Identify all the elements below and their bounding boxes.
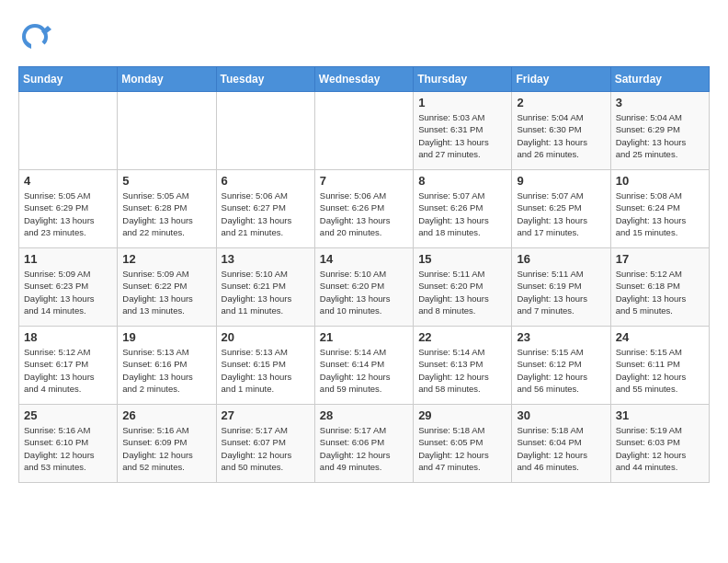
day-number: 27 — [222, 408, 310, 422]
calendar-cell: 5Sunrise: 5:05 AM Sunset: 6:28 PM Daylig… — [118, 170, 216, 248]
day-info: Sunrise: 5:16 AM Sunset: 6:10 PM Dayligh… — [24, 424, 112, 473]
calendar-cell — [118, 92, 216, 170]
calendar-week-5: 25Sunrise: 5:16 AM Sunset: 6:10 PM Dayli… — [19, 405, 710, 483]
day-number: 11 — [24, 252, 112, 266]
day-info: Sunrise: 5:09 AM Sunset: 6:22 PM Dayligh… — [122, 268, 210, 316]
calendar-cell: 7Sunrise: 5:06 AM Sunset: 6:26 PM Daylig… — [314, 170, 413, 248]
day-info: Sunrise: 5:12 AM Sunset: 6:17 PM Dayligh… — [24, 346, 112, 395]
calendar-cell: 26Sunrise: 5:16 AM Sunset: 6:09 PM Dayli… — [118, 405, 216, 483]
day-info: Sunrise: 5:19 AM Sunset: 6:03 PM Dayligh… — [616, 424, 704, 473]
day-info: Sunrise: 5:10 AM Sunset: 6:21 PM Dayligh… — [222, 268, 310, 316]
calendar-cell: 9Sunrise: 5:07 AM Sunset: 6:25 PM Daylig… — [512, 170, 610, 248]
calendar-cell: 4Sunrise: 5:05 AM Sunset: 6:29 PM Daylig… — [19, 170, 118, 248]
day-number: 5 — [122, 174, 210, 188]
day-info: Sunrise: 5:15 AM Sunset: 6:12 PM Dayligh… — [517, 346, 605, 395]
calendar-week-1: 1Sunrise: 5:03 AM Sunset: 6:31 PM Daylig… — [19, 92, 710, 170]
calendar-cell: 29Sunrise: 5:18 AM Sunset: 6:05 PM Dayli… — [414, 405, 512, 483]
header-saturday: Saturday — [610, 67, 709, 92]
calendar-cell: 20Sunrise: 5:13 AM Sunset: 6:15 PM Dayli… — [216, 327, 314, 405]
calendar-header: SundayMondayTuesdayWednesdayThursdayFrid… — [19, 67, 710, 92]
calendar-cell: 21Sunrise: 5:14 AM Sunset: 6:14 PM Dayli… — [314, 327, 413, 405]
calendar-cell: 11Sunrise: 5:09 AM Sunset: 6:23 PM Dayli… — [19, 248, 118, 327]
header-row: SundayMondayTuesdayWednesdayThursdayFrid… — [19, 67, 710, 92]
calendar-cell: 25Sunrise: 5:16 AM Sunset: 6:10 PM Dayli… — [19, 405, 118, 483]
day-number: 15 — [418, 252, 506, 266]
day-number: 1 — [418, 96, 506, 109]
calendar-cell: 13Sunrise: 5:10 AM Sunset: 6:21 PM Dayli… — [216, 248, 314, 327]
calendar-cell: 22Sunrise: 5:14 AM Sunset: 6:13 PM Dayli… — [414, 327, 512, 405]
day-number: 18 — [24, 330, 112, 344]
calendar-cell — [19, 92, 118, 170]
day-info: Sunrise: 5:04 AM Sunset: 6:29 PM Dayligh… — [616, 111, 704, 160]
day-number: 24 — [616, 330, 704, 344]
header-tuesday: Tuesday — [216, 67, 314, 92]
day-number: 21 — [320, 330, 408, 344]
day-number: 26 — [122, 408, 210, 422]
day-info: Sunrise: 5:13 AM Sunset: 6:16 PM Dayligh… — [122, 346, 210, 395]
day-info: Sunrise: 5:03 AM Sunset: 6:31 PM Dayligh… — [418, 111, 506, 160]
day-number: 16 — [517, 252, 605, 266]
day-number: 25 — [24, 408, 112, 422]
calendar-cell: 30Sunrise: 5:18 AM Sunset: 6:04 PM Dayli… — [512, 405, 610, 483]
day-number: 13 — [222, 252, 310, 266]
day-number: 9 — [517, 174, 605, 188]
calendar-cell — [314, 92, 413, 170]
day-info: Sunrise: 5:18 AM Sunset: 6:04 PM Dayligh… — [517, 424, 605, 473]
calendar-cell: 27Sunrise: 5:17 AM Sunset: 6:07 PM Dayli… — [216, 405, 314, 483]
day-info: Sunrise: 5:11 AM Sunset: 6:20 PM Dayligh… — [418, 268, 506, 316]
header-friday: Friday — [512, 67, 610, 92]
day-info: Sunrise: 5:17 AM Sunset: 6:06 PM Dayligh… — [320, 424, 408, 473]
day-number: 22 — [418, 330, 506, 344]
calendar-cell: 2Sunrise: 5:04 AM Sunset: 6:30 PM Daylig… — [512, 92, 610, 170]
calendar-cell: 15Sunrise: 5:11 AM Sunset: 6:20 PM Dayli… — [414, 248, 512, 327]
calendar-cell: 31Sunrise: 5:19 AM Sunset: 6:03 PM Dayli… — [610, 405, 709, 483]
day-info: Sunrise: 5:17 AM Sunset: 6:07 PM Dayligh… — [222, 424, 310, 473]
day-number: 17 — [616, 252, 704, 266]
day-info: Sunrise: 5:18 AM Sunset: 6:05 PM Dayligh… — [418, 424, 506, 473]
day-info: Sunrise: 5:09 AM Sunset: 6:23 PM Dayligh… — [24, 268, 112, 316]
day-number: 23 — [517, 330, 605, 344]
calendar-cell: 28Sunrise: 5:17 AM Sunset: 6:06 PM Dayli… — [314, 405, 413, 483]
day-info: Sunrise: 5:12 AM Sunset: 6:18 PM Dayligh… — [616, 268, 704, 316]
day-number: 3 — [616, 96, 704, 109]
day-info: Sunrise: 5:08 AM Sunset: 6:24 PM Dayligh… — [616, 190, 704, 238]
day-number: 6 — [222, 174, 310, 188]
calendar-cell: 17Sunrise: 5:12 AM Sunset: 6:18 PM Dayli… — [610, 248, 709, 327]
day-number: 4 — [24, 174, 112, 188]
calendar-cell: 6Sunrise: 5:06 AM Sunset: 6:27 PM Daylig… — [216, 170, 314, 248]
day-number: 31 — [616, 408, 704, 422]
day-info: Sunrise: 5:14 AM Sunset: 6:13 PM Dayligh… — [418, 346, 506, 395]
day-number: 20 — [222, 330, 310, 344]
calendar-week-4: 18Sunrise: 5:12 AM Sunset: 6:17 PM Dayli… — [19, 327, 710, 405]
calendar-cell: 18Sunrise: 5:12 AM Sunset: 6:17 PM Dayli… — [19, 327, 118, 405]
day-info: Sunrise: 5:07 AM Sunset: 6:26 PM Dayligh… — [418, 190, 506, 238]
day-number: 30 — [517, 408, 605, 422]
calendar-cell: 8Sunrise: 5:07 AM Sunset: 6:26 PM Daylig… — [414, 170, 512, 248]
day-info: Sunrise: 5:13 AM Sunset: 6:15 PM Dayligh… — [222, 346, 310, 395]
day-info: Sunrise: 5:05 AM Sunset: 6:29 PM Dayligh… — [24, 190, 112, 238]
calendar-table: SundayMondayTuesdayWednesdayThursdayFrid… — [18, 66, 710, 483]
calendar-cell: 10Sunrise: 5:08 AM Sunset: 6:24 PM Dayli… — [610, 170, 709, 248]
header-sunday: Sunday — [19, 67, 118, 92]
day-info: Sunrise: 5:06 AM Sunset: 6:26 PM Dayligh… — [320, 190, 408, 238]
calendar-cell: 1Sunrise: 5:03 AM Sunset: 6:31 PM Daylig… — [414, 92, 512, 170]
day-info: Sunrise: 5:15 AM Sunset: 6:11 PM Dayligh… — [616, 346, 704, 395]
day-number: 14 — [320, 252, 408, 266]
calendar-cell: 16Sunrise: 5:11 AM Sunset: 6:19 PM Dayli… — [512, 248, 610, 327]
header-monday: Monday — [118, 67, 216, 92]
day-number: 2 — [517, 96, 605, 109]
calendar-cell — [216, 92, 314, 170]
day-info: Sunrise: 5:16 AM Sunset: 6:09 PM Dayligh… — [122, 424, 210, 473]
header-wednesday: Wednesday — [314, 67, 413, 92]
day-number: 8 — [418, 174, 506, 188]
calendar-cell: 19Sunrise: 5:13 AM Sunset: 6:16 PM Dayli… — [118, 327, 216, 405]
day-number: 10 — [616, 174, 704, 188]
calendar-cell: 3Sunrise: 5:04 AM Sunset: 6:29 PM Daylig… — [610, 92, 709, 170]
logo-icon — [18, 18, 51, 52]
calendar-cell: 23Sunrise: 5:15 AM Sunset: 6:12 PM Dayli… — [512, 327, 610, 405]
day-info: Sunrise: 5:14 AM Sunset: 6:14 PM Dayligh… — [320, 346, 408, 395]
calendar-cell: 14Sunrise: 5:10 AM Sunset: 6:20 PM Dayli… — [314, 248, 413, 327]
day-number: 19 — [122, 330, 210, 344]
header-thursday: Thursday — [414, 67, 512, 92]
calendar-cell: 24Sunrise: 5:15 AM Sunset: 6:11 PM Dayli… — [610, 327, 709, 405]
